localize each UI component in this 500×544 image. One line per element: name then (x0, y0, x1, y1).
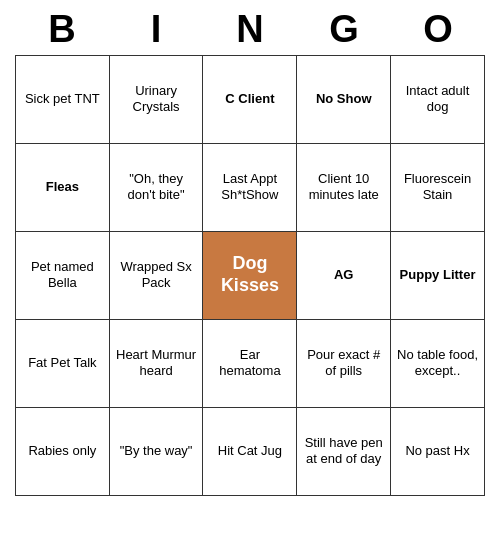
header-letter: O (391, 8, 485, 51)
bingo-cell: Pour exact # of pills (297, 319, 391, 407)
header-letter: B (15, 8, 109, 51)
bingo-cell: C Client (203, 55, 297, 143)
bingo-cell: Still have pen at end of day (297, 407, 391, 495)
bingo-cell: Fleas (16, 143, 110, 231)
bingo-cell: "Oh, they don't bite" (109, 143, 203, 231)
header-letter: N (203, 8, 297, 51)
bingo-cell: Urinary Crystals (109, 55, 203, 143)
bingo-cell: Wrapped Sx Pack (109, 231, 203, 319)
bingo-cell: Puppy Litter (391, 231, 485, 319)
bingo-cell: Intact adult dog (391, 55, 485, 143)
bingo-cell: No Show (297, 55, 391, 143)
bingo-cell: Hit Cat Jug (203, 407, 297, 495)
bingo-cell: Client 10 minutes late (297, 143, 391, 231)
bingo-cell: Last Appt Sh*tShow (203, 143, 297, 231)
bingo-cell: AG (297, 231, 391, 319)
table-row: Fat Pet TalkHeart Murmur heardEar hemato… (16, 319, 485, 407)
table-row: Fleas"Oh, they don't bite"Last Appt Sh*t… (16, 143, 485, 231)
bingo-grid: Sick pet TNTUrinary CrystalsC ClientNo S… (15, 55, 485, 496)
bingo-cell: No table food, except.. (391, 319, 485, 407)
bingo-cell: Ear hematoma (203, 319, 297, 407)
bingo-cell: Rabies only (16, 407, 110, 495)
bingo-cell: Sick pet TNT (16, 55, 110, 143)
bingo-cell: Dog Kisses (203, 231, 297, 319)
header-letter: G (297, 8, 391, 51)
bingo-cell: No past Hx (391, 407, 485, 495)
bingo-cell: "By the way" (109, 407, 203, 495)
table-row: Pet named BellaWrapped Sx PackDog Kisses… (16, 231, 485, 319)
bingo-cell: Fluorescein Stain (391, 143, 485, 231)
bingo-cell: Heart Murmur heard (109, 319, 203, 407)
header-letter: I (109, 8, 203, 51)
table-row: Sick pet TNTUrinary CrystalsC ClientNo S… (16, 55, 485, 143)
table-row: Rabies only"By the way"Hit Cat JugStill … (16, 407, 485, 495)
bingo-cell: Fat Pet Talk (16, 319, 110, 407)
bingo-header: BINGO (15, 8, 485, 51)
bingo-cell: Pet named Bella (16, 231, 110, 319)
